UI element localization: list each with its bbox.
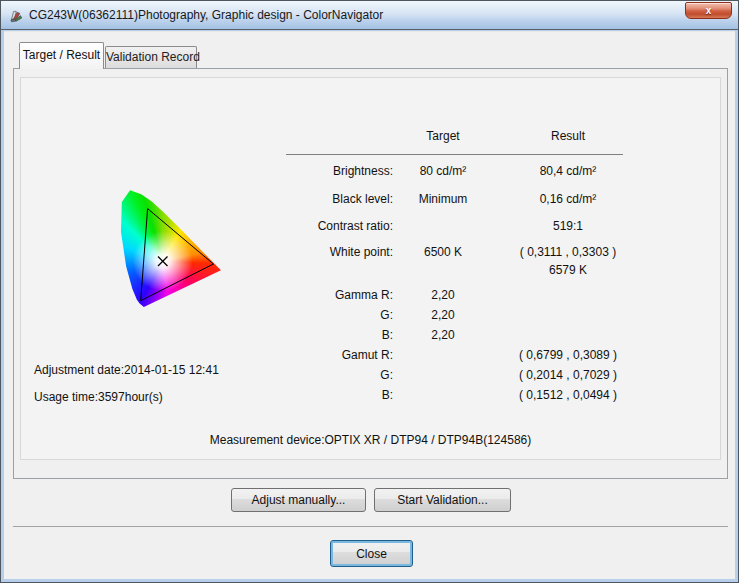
gamut-triangle-overlay <box>116 187 226 312</box>
window-title: CG243W(06362111)Photography, Graphic des… <box>29 1 383 30</box>
close-button[interactable]: Close <box>330 540 413 567</box>
column-header-target: Target <box>393 129 493 145</box>
gamut-triangle <box>141 209 214 301</box>
app-icon <box>8 7 24 23</box>
table-row-gamut-b: B: ( 0,1512 , 0,0494 ) <box>281 388 643 404</box>
table-header-row: Target Result <box>281 129 643 145</box>
colornavigator-dialog: CG243W(06362111)Photography, Graphic des… <box>0 0 739 583</box>
table-row-white-point-kelvin: 6579 K <box>281 263 643 279</box>
tab-validation-record[interactable]: Validation Record <box>105 46 197 68</box>
tab-target-result[interactable]: Target / Result <box>19 42 104 69</box>
cie-chromaticity-diagram <box>116 187 226 312</box>
title-bar: CG243W(06362111)Photography, Graphic des… <box>1 1 738 30</box>
measurement-device-text: Measurement device:OPTIX XR / DTP94 / DT… <box>13 433 728 447</box>
dialog-client-area: Target / Result Validation Record Target <box>4 31 735 579</box>
table-row-gamut-g: G: ( 0,2014 , 0,7029 ) <box>281 368 643 384</box>
usage-time-text: Usage time:3597hour(s) <box>34 390 163 404</box>
header-divider <box>286 154 623 155</box>
table-row-gamma-g: G: 2,20 <box>281 308 643 324</box>
table-row-gamma-r: Gamma R: 2,20 <box>281 288 643 304</box>
start-validation-button[interactable]: Start Validation... <box>374 488 511 512</box>
adjust-manually-button[interactable]: Adjust manually... <box>231 488 366 512</box>
table-row-brightness: Brightness: 80 cd/m² 80,4 cd/m² <box>281 164 643 180</box>
table-row-black-level: Black level: Minimum 0,16 cd/m² <box>281 192 643 208</box>
adjustment-date-text: Adjustment date:2014-01-15 12:41 <box>34 363 219 377</box>
close-icon[interactable]: x <box>685 2 732 19</box>
table-row-gamut-r: Gamut R: ( 0,6799 , 0,3089 ) <box>281 348 643 364</box>
window-frame: Target / Result Validation Record Target <box>1 31 738 582</box>
table-row-contrast-ratio: Contrast ratio: 519:1 <box>281 219 643 235</box>
table-row-white-point: White point: 6500 K ( 0,3111 , 0,3303 ) <box>281 245 643 261</box>
table-row-gamma-b: B: 2,20 <box>281 328 643 344</box>
footer-divider <box>13 526 728 527</box>
column-header-result: Result <box>493 129 643 145</box>
white-point-marker <box>158 257 168 267</box>
